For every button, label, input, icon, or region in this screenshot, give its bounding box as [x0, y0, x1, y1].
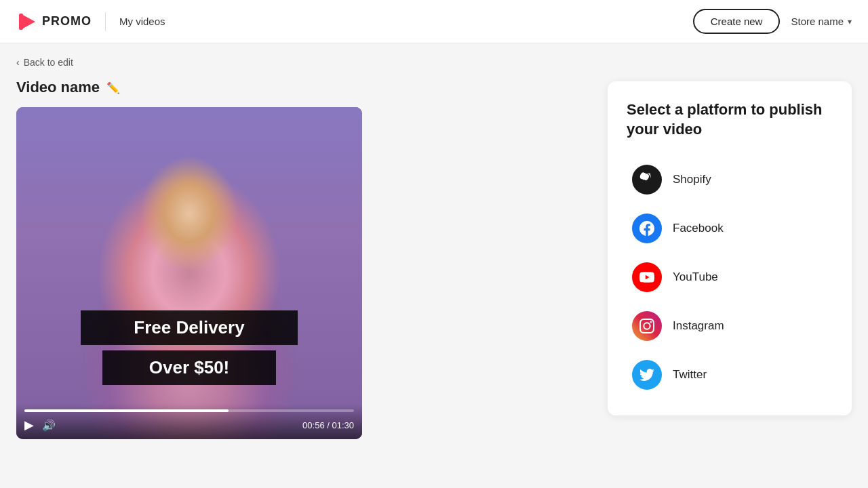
facebook-icon [632, 214, 662, 243]
edit-title-icon[interactable]: ✏️ [106, 81, 120, 94]
platform-item-youtube[interactable]: YouTube [627, 256, 833, 299]
video-frame [16, 107, 362, 439]
video-player: Free Delivery Over $50! ▶ 🔊 00:56 / 01:3… [16, 107, 362, 439]
platform-item-shopify[interactable]: Shopify [627, 158, 833, 201]
shopify-icon [632, 165, 662, 195]
svg-rect-1 [19, 14, 23, 30]
play-button[interactable]: ▶ [24, 418, 34, 432]
time-display: 00:56 / 01:30 [302, 420, 354, 430]
video-controls: ▶ 🔊 00:56 / 01:30 [16, 404, 362, 439]
video-background: Free Delivery Over $50! [16, 107, 362, 439]
instagram-icon [632, 311, 662, 341]
main-content: ‹ Back to edit Video name ✏️ Free Delive… [0, 43, 868, 488]
create-new-button[interactable]: Create new [693, 9, 781, 34]
store-name-label: Store name [791, 16, 844, 27]
video-title: Video name [16, 79, 100, 96]
twitter-label: Twitter [673, 368, 707, 382]
left-panel: ‹ Back to edit Video name ✏️ Free Delive… [16, 57, 591, 474]
video-title-row: Video name ✏️ [16, 79, 591, 96]
header-divider [105, 12, 106, 31]
nav-my-videos[interactable]: My videos [119, 16, 165, 27]
text-overlay-container: Free Delivery Over $50! [81, 310, 298, 385]
controls-left: ▶ 🔊 [24, 418, 56, 432]
youtube-label: YouTube [673, 270, 718, 284]
progress-fill [24, 409, 229, 412]
platform-item-twitter[interactable]: Twitter [627, 353, 833, 396]
facebook-symbol [639, 221, 654, 236]
logo-icon [16, 11, 38, 33]
platform-list: Shopify Facebook YouTube [627, 158, 833, 396]
progress-bar[interactable] [24, 409, 354, 412]
header: PROMO My videos Create new Store name ▾ [0, 0, 868, 43]
logo-text: PROMO [42, 14, 92, 28]
text-overlay-line1: Free Delivery [81, 310, 298, 345]
youtube-icon [632, 262, 662, 292]
back-arrow-icon: ‹ [16, 57, 20, 68]
instagram-label: Instagram [673, 319, 724, 333]
logo[interactable]: PROMO [16, 11, 92, 33]
twitter-icon [632, 360, 662, 390]
volume-button[interactable]: 🔊 [42, 419, 56, 432]
shopify-label: Shopify [673, 173, 711, 186]
facebook-label: Facebook [673, 222, 724, 235]
controls-row: ▶ 🔊 00:56 / 01:30 [24, 418, 354, 432]
header-right: Create new Store name ▾ [693, 9, 852, 34]
platform-item-facebook[interactable]: Facebook [627, 207, 833, 250]
platform-item-instagram[interactable]: Instagram [627, 304, 833, 348]
instagram-symbol [639, 319, 654, 333]
chevron-down-icon: ▾ [848, 17, 852, 26]
back-to-edit-link[interactable]: ‹ Back to edit [16, 57, 591, 68]
header-left: PROMO My videos [16, 11, 165, 33]
shopify-symbol [639, 172, 654, 187]
panel-title: Select a platform to publish your video [627, 100, 833, 139]
back-to-edit-label: Back to edit [24, 57, 73, 68]
store-name-menu[interactable]: Store name ▾ [791, 16, 852, 27]
twitter-symbol [639, 367, 654, 382]
youtube-symbol [639, 270, 654, 285]
text-overlay-line2: Over $50! [102, 350, 276, 385]
right-panel: Select a platform to publish your video … [608, 81, 852, 415]
